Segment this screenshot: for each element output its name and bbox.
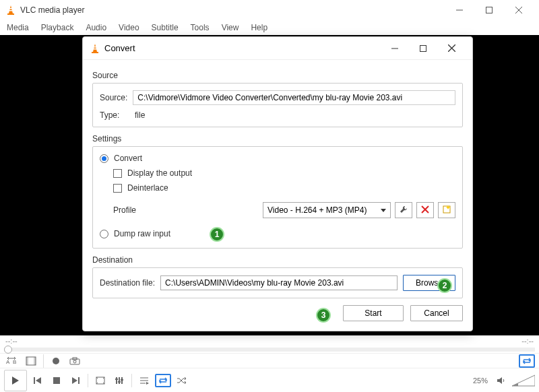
play-button[interactable] xyxy=(4,370,27,391)
svg-rect-24 xyxy=(116,377,117,384)
cancel-button[interactable]: Cancel xyxy=(410,305,463,321)
stop-button[interactable] xyxy=(49,374,65,387)
svg-rect-2 xyxy=(9,8,12,9)
main-menubar: Media Playback Audio Video Subtitle Tool… xyxy=(0,20,539,35)
new-profile-button[interactable] xyxy=(438,202,455,218)
separator xyxy=(43,354,44,368)
source-label: Source: xyxy=(100,93,127,102)
dialog-close-button[interactable] xyxy=(437,38,466,59)
svg-marker-34 xyxy=(497,377,502,384)
convert-radio-label: Convert xyxy=(114,154,142,163)
svg-rect-3 xyxy=(9,10,13,11)
main-window-title: VLC media player xyxy=(20,5,445,15)
svg-rect-22 xyxy=(78,377,80,384)
menu-playback[interactable]: Playback xyxy=(41,23,74,32)
dialog-maximize-button[interactable] xyxy=(409,38,437,59)
fullscreen-button[interactable] xyxy=(92,374,108,387)
svg-rect-29 xyxy=(121,379,123,381)
svg-point-13 xyxy=(53,358,59,364)
svg-marker-0 xyxy=(9,5,13,13)
destination-group-label: Destination xyxy=(92,255,463,265)
loop-button[interactable] xyxy=(155,374,171,387)
dialog-titlebar: Convert xyxy=(83,37,472,60)
callout-3: 3 xyxy=(316,308,331,323)
start-button[interactable]: Start xyxy=(343,305,404,321)
prev-track-button[interactable] xyxy=(30,374,46,387)
volume-slider[interactable] xyxy=(512,374,535,387)
svg-marker-37 xyxy=(93,44,97,52)
vlc-cone-icon xyxy=(90,43,100,54)
shuffle-button[interactable] xyxy=(174,374,190,387)
settings-group: Convert Display the output Deinterlace P… xyxy=(92,146,463,249)
svg-marker-17 xyxy=(12,377,19,385)
loop-button-top[interactable] xyxy=(519,354,535,368)
menu-audio[interactable]: Audio xyxy=(86,23,106,32)
dump-raw-radio[interactable] xyxy=(100,230,108,238)
snapshot-button[interactable] xyxy=(67,354,83,368)
convert-radio[interactable] xyxy=(100,154,108,163)
playlist-button[interactable] xyxy=(136,374,152,387)
dialog-title: Convert xyxy=(104,43,381,53)
seek-slider[interactable] xyxy=(4,348,535,352)
source-input[interactable] xyxy=(133,90,455,105)
separator xyxy=(131,374,132,387)
svg-rect-18 xyxy=(34,377,35,384)
menu-video[interactable]: Video xyxy=(119,23,139,32)
next-track-button[interactable] xyxy=(67,374,84,387)
svg-point-16 xyxy=(73,360,76,363)
bottom-panel: --:-- --:-- AB 25% xyxy=(0,335,539,392)
deinterlace-label: Deinterlace xyxy=(127,183,168,193)
svg-rect-25 xyxy=(119,377,120,384)
menu-view[interactable]: View xyxy=(222,23,239,32)
vlc-cone-icon xyxy=(5,5,16,15)
svg-rect-12 xyxy=(34,357,36,365)
destination-group: Destination file: Browse xyxy=(92,267,463,298)
svg-rect-42 xyxy=(420,45,426,51)
svg-rect-5 xyxy=(486,7,493,13)
source-group-label: Source xyxy=(92,71,463,80)
record-button[interactable] xyxy=(48,354,64,368)
menu-tools[interactable]: Tools xyxy=(191,23,210,32)
profile-select[interactable]: Video - H.264 + MP3 (MP4) xyxy=(263,202,391,218)
chevron-down-icon xyxy=(381,205,386,215)
profile-label: Profile xyxy=(113,205,154,215)
mute-button[interactable] xyxy=(493,374,509,387)
new-icon xyxy=(442,205,451,216)
destination-label: Destination file: xyxy=(100,278,155,288)
time-elapsed: --:-- xyxy=(5,337,18,345)
menu-help[interactable]: Help xyxy=(251,23,267,32)
delete-profile-button[interactable] xyxy=(416,202,434,218)
edit-profile-button[interactable] xyxy=(395,202,412,218)
svg-rect-11 xyxy=(26,357,28,365)
svg-marker-35 xyxy=(512,375,535,386)
close-button[interactable] xyxy=(504,1,534,20)
main-titlebar: VLC media player xyxy=(0,0,539,20)
separator xyxy=(88,374,88,387)
svg-rect-40 xyxy=(94,48,97,50)
deinterlace-checkbox[interactable] xyxy=(113,184,122,193)
svg-rect-1 xyxy=(7,13,14,15)
dialog-minimize-button[interactable] xyxy=(381,38,409,59)
minimize-button[interactable] xyxy=(445,1,474,20)
time-total: --:-- xyxy=(521,337,534,345)
svg-rect-27 xyxy=(115,379,118,380)
frame-step-button[interactable] xyxy=(23,354,39,368)
svg-rect-20 xyxy=(53,377,60,384)
maximize-button[interactable] xyxy=(474,1,504,20)
x-icon xyxy=(421,205,429,216)
display-output-checkbox[interactable] xyxy=(113,169,122,178)
menu-subtitle[interactable]: Subtitle xyxy=(152,23,179,32)
svg-rect-38 xyxy=(92,52,98,53)
menu-media[interactable]: Media xyxy=(7,23,29,32)
destination-input[interactable] xyxy=(160,275,398,290)
dump-raw-label: Dump raw input xyxy=(114,229,170,238)
callout-2: 2 xyxy=(437,278,452,293)
type-value: file xyxy=(135,110,145,120)
ext-settings-button[interactable] xyxy=(111,374,127,387)
type-label: Type: xyxy=(100,110,129,120)
ab-loop-button[interactable]: AB xyxy=(4,354,20,368)
svg-marker-19 xyxy=(36,377,41,384)
svg-rect-39 xyxy=(94,46,96,48)
display-output-label: Display the output xyxy=(127,168,192,178)
wrench-icon xyxy=(399,205,408,216)
